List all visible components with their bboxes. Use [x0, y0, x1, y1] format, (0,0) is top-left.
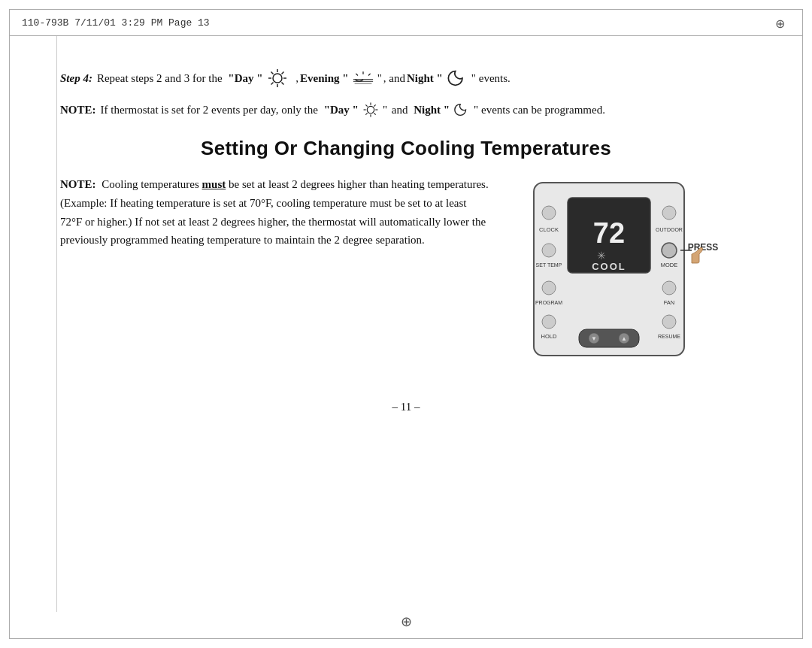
body-note-label: NOTE:	[60, 178, 96, 190]
svg-text:PROGRAM: PROGRAM	[535, 300, 562, 305]
step4-night-label: Night "	[407, 69, 443, 87]
svg-text:FAN: FAN	[664, 299, 675, 306]
note1-line: NOTE: If thermostat is set for 2 events …	[60, 101, 752, 119]
margin-line	[56, 36, 57, 612]
note1-text: If thermostat is set for 2 events per da…	[101, 101, 318, 119]
svg-point-36	[662, 206, 676, 220]
note1-night: Night "	[414, 101, 450, 119]
svg-text:PRESS: PRESS	[688, 242, 719, 253]
thermostat-wrap: 72 ✳ COOL CLOCK SET TEMP	[519, 175, 744, 371]
svg-line-8	[271, 83, 273, 85]
svg-text:RESUME: RESUME	[658, 334, 680, 339]
step4-events: " events.	[471, 69, 511, 87]
step4-text-before: Repeat steps 2 and 3 for the	[97, 69, 223, 87]
doc-header: 110-793B 7/11/01 3:29 PM Page 13	[9, 9, 803, 36]
thermostat-image: 72 ✳ COOL CLOCK SET TEMP	[511, 175, 752, 371]
note1-sun-icon	[362, 101, 379, 118]
note1-label: NOTE:	[60, 101, 96, 119]
svg-text:▼: ▼	[591, 335, 597, 342]
evening-icon	[353, 68, 374, 89]
svg-text:▲: ▲	[621, 335, 627, 342]
svg-point-34	[542, 315, 556, 329]
body-text1: Cooling temperatures	[102, 178, 199, 190]
svg-point-42	[662, 315, 676, 329]
svg-line-20	[365, 104, 367, 106]
section-heading: Setting Or Changing Cooling Temperatures	[60, 137, 752, 160]
note1-end: " events can be programmed.	[474, 101, 605, 119]
sun-icon	[267, 68, 288, 89]
doc-info: 110-793B 7/11/01 3:29 PM Page 13	[22, 17, 790, 29]
svg-line-12	[368, 74, 371, 76]
svg-line-6	[281, 83, 283, 85]
svg-point-40	[662, 281, 676, 295]
step4-label: Step 4:	[60, 69, 92, 87]
svg-text:COOL: COOL	[592, 261, 626, 272]
svg-line-11	[356, 74, 358, 76]
svg-line-21	[374, 113, 375, 114]
note1-and: and	[392, 101, 408, 119]
page-number: – 11 –	[60, 401, 752, 413]
svg-point-15	[367, 106, 374, 113]
step4-and-night: , and	[383, 69, 405, 87]
note1-moon-icon	[453, 101, 470, 118]
thermostat-svg: 72 ✳ COOL CLOCK SET TEMP	[519, 175, 744, 371]
svg-point-30	[542, 244, 556, 257]
svg-point-32	[542, 281, 556, 295]
moon-icon	[447, 68, 468, 89]
step4-evening-label: Evening "	[300, 69, 349, 87]
must-text: must	[202, 178, 226, 190]
step4-line: Step 4: Repeat steps 2 and 3 for the "Da…	[60, 68, 752, 89]
svg-line-7	[281, 72, 283, 74]
svg-text:✳: ✳	[597, 250, 606, 262]
svg-line-23	[365, 113, 367, 114]
corner-cross-icon	[772, 16, 787, 31]
svg-line-5	[271, 72, 273, 74]
svg-text:SET TEMP: SET TEMP	[536, 262, 562, 268]
svg-text:HOLD: HOLD	[541, 333, 557, 340]
step4-comma: ,	[295, 69, 298, 87]
svg-point-0	[273, 74, 282, 83]
svg-point-38	[662, 243, 677, 258]
page-content: Step 4: Repeat steps 2 and 3 for the "Da…	[60, 45, 752, 603]
step4-day-label: "Day "	[228, 69, 262, 87]
svg-line-22	[374, 104, 375, 106]
svg-text:OUTDOOR: OUTDOOR	[656, 227, 683, 232]
display-temp: 72	[593, 217, 625, 249]
body-text: NOTE: Cooling temperatures must be set a…	[60, 175, 489, 254]
svg-rect-44	[579, 329, 639, 347]
bottom-corner-cross-icon	[401, 613, 412, 630]
svg-text:MODE: MODE	[661, 262, 678, 268]
note1-day: "Day "	[324, 101, 359, 119]
two-col-layout: NOTE: Cooling temperatures must be set a…	[60, 175, 752, 371]
svg-point-28	[542, 206, 556, 220]
svg-text:CLOCK: CLOCK	[539, 226, 559, 233]
